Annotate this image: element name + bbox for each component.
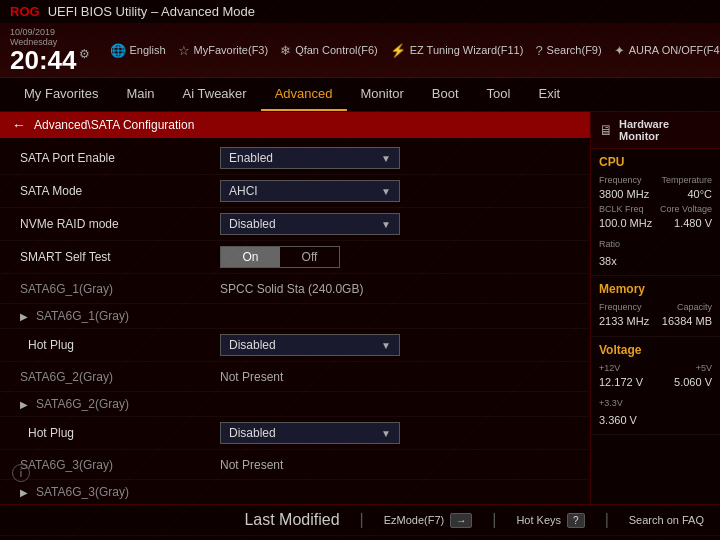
content-area: ← Advanced\SATA Configuration SATA Port … xyxy=(0,112,590,504)
toggle-off-button[interactable]: Off xyxy=(280,247,339,267)
search-faq-button[interactable]: Search on FAQ xyxy=(629,514,704,526)
monitor-icon: 🖥 xyxy=(599,122,613,138)
cpu-temp-header: Temperature xyxy=(661,175,712,185)
fan-icon: ❄ xyxy=(280,43,291,58)
last-modified-label: Last Modified xyxy=(244,511,339,529)
main-layout: ← Advanced\SATA Configuration SATA Port … xyxy=(0,112,720,504)
english-label: English xyxy=(130,44,166,56)
qfan-label: Qfan Control(F6) xyxy=(295,44,378,56)
sata-port-enable-control: Enabled ▼ xyxy=(220,147,420,169)
memory-cap-header: Capacity xyxy=(677,302,712,312)
hotplug2-dropdown[interactable]: Disabled ▼ xyxy=(220,422,400,444)
header: ROG UEFI BIOS Utility – Advanced Mode 10… xyxy=(0,0,720,78)
tab-favorites[interactable]: My Favorites xyxy=(10,78,112,111)
cpu-frequency-value: 3800 MHz xyxy=(599,188,649,200)
nvme-raid-dropdown[interactable]: Disabled ▼ xyxy=(220,213,400,235)
rog-logo: ROG xyxy=(10,4,40,19)
nav-tabs: My Favorites Main Ai Tweaker Advanced Mo… xyxy=(0,78,720,112)
sata-mode-label: SATA Mode xyxy=(20,184,220,198)
search-icon-item[interactable]: ? Search(F9) xyxy=(535,43,601,58)
cpu-bclk-values-row: 100.0 MHz 1.480 V xyxy=(599,217,712,229)
back-arrow-icon[interactable]: ← xyxy=(12,117,26,133)
info-icon[interactable]: i xyxy=(12,464,30,482)
hotkeys-button[interactable]: Hot Keys ? xyxy=(516,513,584,528)
sata-mode-row: SATA Mode AHCI ▼ xyxy=(0,175,590,208)
sata-mode-control: AHCI ▼ xyxy=(220,180,420,202)
sata6g1-expand-row[interactable]: ▶ SATA6G_1(Gray) xyxy=(0,304,590,329)
sata6g2-info-value: Not Present xyxy=(220,370,570,384)
memory-capacity-value: 16384 MB xyxy=(662,315,712,327)
breadcrumb: ← Advanced\SATA Configuration xyxy=(0,112,590,138)
star-icon: ☆ xyxy=(178,43,190,58)
sata6g2-info-label: SATA6G_2(Gray) xyxy=(20,370,220,384)
cpu-bclk-header: BCLK Freq xyxy=(599,204,644,214)
top-bar: 10/09/2019 Wednesday 20:44 ⚙ 🌐 English ☆… xyxy=(0,23,720,77)
expand-arrow-icon: ▶ xyxy=(20,399,28,410)
myfavorites-icon-item[interactable]: ☆ MyFavorite(F3) xyxy=(178,43,269,58)
separator: | xyxy=(360,511,364,529)
cpu-title: CPU xyxy=(599,155,712,169)
cpu-freq-header: Frequency xyxy=(599,175,642,185)
footer-actions: Last Modified | EzMode(F7) → | Hot Keys … xyxy=(0,505,720,536)
tab-aitweaker[interactable]: Ai Tweaker xyxy=(169,78,261,111)
sata6g1-info-label: SATA6G_1(Gray) xyxy=(20,282,220,296)
sata6g2-expand-row[interactable]: ▶ SATA6G_2(Gray) xyxy=(0,392,590,417)
breadcrumb-path: Advanced\SATA Configuration xyxy=(34,118,194,132)
date-display: 10/09/2019 xyxy=(10,27,90,37)
tab-boot[interactable]: Boot xyxy=(418,78,473,111)
eztuning-icon-item[interactable]: ⚡ EZ Tuning Wizard(F11) xyxy=(390,43,524,58)
sata6g3-info-row: SATA6G_3(Gray) Not Present xyxy=(0,450,590,480)
v33-header: +3.3V xyxy=(599,398,623,408)
memory-freq-header: Frequency xyxy=(599,302,642,312)
smart-selftest-toggle[interactable]: On Off xyxy=(220,246,340,268)
cpu-values-row: 3800 MHz 40°C xyxy=(599,188,712,200)
hotplug1-row: Hot Plug Disabled ▼ xyxy=(0,329,590,362)
tab-tool[interactable]: Tool xyxy=(473,78,525,111)
cpu-header-row: Frequency Temperature xyxy=(599,175,712,185)
aura-label: AURA ON/OFF(F4) xyxy=(629,44,720,56)
sata-mode-dropdown[interactable]: AHCI ▼ xyxy=(220,180,400,202)
qfan-icon-item[interactable]: ❄ Qfan Control(F6) xyxy=(280,43,378,58)
hardware-monitor-panel: 🖥 Hardware Monitor CPU Frequency Tempera… xyxy=(590,112,720,504)
dropdown-arrow-icon: ▼ xyxy=(381,219,391,230)
cpu-temperature-value: 40°C xyxy=(687,188,712,200)
sata-mode-value: AHCI xyxy=(229,184,258,198)
hw-monitor-header: 🖥 Hardware Monitor xyxy=(591,112,720,149)
tab-exit[interactable]: Exit xyxy=(524,78,574,111)
english-icon-item[interactable]: 🌐 English xyxy=(110,43,166,58)
toggle-on-button[interactable]: On xyxy=(221,247,280,267)
tab-monitor[interactable]: Monitor xyxy=(347,78,418,111)
tab-advanced[interactable]: Advanced xyxy=(261,78,347,111)
expand-arrow-icon: ▶ xyxy=(20,487,28,498)
hw-monitor-title: Hardware Monitor xyxy=(619,118,712,142)
sata6g1-info-row: SATA6G_1(Gray) SPCC Solid Sta (240.0GB) xyxy=(0,274,590,304)
hotplug1-value: Disabled xyxy=(229,338,276,352)
sata-port-enable-dropdown[interactable]: Enabled ▼ xyxy=(220,147,400,169)
datetime: 10/09/2019 Wednesday 20:44 ⚙ xyxy=(10,27,90,73)
settings-gear-icon[interactable]: ⚙ xyxy=(79,47,90,61)
cpu-bclk-header-row: BCLK Freq Core Voltage xyxy=(599,204,712,214)
sata6g1-expand-label: SATA6G_1(Gray) xyxy=(36,309,129,323)
aura-icon-item[interactable]: ✦ AURA ON/OFF(F4) xyxy=(614,43,720,58)
sata-port-enable-label: SATA Port Enable xyxy=(20,151,220,165)
tab-main[interactable]: Main xyxy=(112,78,168,111)
memory-title: Memory xyxy=(599,282,712,296)
v33-value: 3.360 V xyxy=(599,414,637,426)
sata6g3-expand-row[interactable]: ▶ SATA6G_3(Gray) xyxy=(0,480,590,504)
smart-selftest-control: On Off xyxy=(220,246,420,268)
ezmode-label: EzMode(F7) xyxy=(384,514,445,526)
question-icon: ? xyxy=(535,43,542,58)
ezmode-button[interactable]: EzMode(F7) → xyxy=(384,513,473,528)
sata6g3-expand-label: SATA6G_3(Gray) xyxy=(36,485,129,499)
nvme-raid-row: NVMe RAID mode Disabled ▼ xyxy=(0,208,590,241)
cpu-ratio-value: 38x xyxy=(599,255,617,267)
cpu-section: CPU Frequency Temperature 3800 MHz 40°C … xyxy=(591,149,720,276)
hotplug1-dropdown[interactable]: Disabled ▼ xyxy=(220,334,400,356)
top-icons: 🌐 English ☆ MyFavorite(F3) ❄ Qfan Contro… xyxy=(110,43,721,58)
time-display: 20:44 xyxy=(10,47,77,73)
v12-value: 12.172 V xyxy=(599,376,643,388)
dropdown-arrow-icon: ▼ xyxy=(381,428,391,439)
ezmode-key: → xyxy=(450,513,472,528)
hotplug1-label: Hot Plug xyxy=(20,338,220,352)
bios-title: UEFI BIOS Utility – Advanced Mode xyxy=(48,4,255,19)
